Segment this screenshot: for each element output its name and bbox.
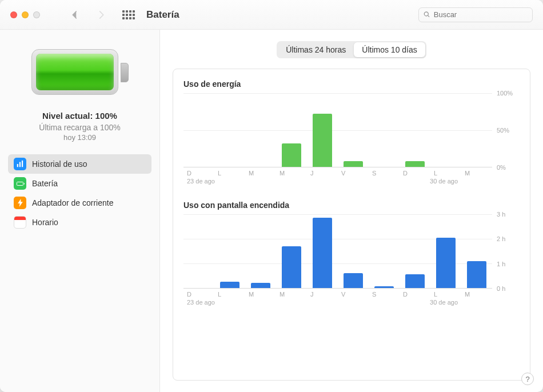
svg-rect-2 [22, 161, 23, 167]
sidebar-item-usage-history[interactable]: Historial de uso [8, 154, 151, 174]
battery-preferences-window: Batería Nivel actual: 100% Última recarg… [0, 0, 543, 392]
bar [282, 246, 301, 288]
sidebar-list: Historial de uso Batería Adaptador de co… [0, 154, 159, 232]
bar-slot [307, 214, 338, 288]
bar [220, 282, 239, 288]
minimize-icon[interactable] [22, 11, 29, 18]
bar-slot [245, 214, 276, 288]
screen-plot-area [183, 214, 492, 289]
x-tick: M [461, 170, 492, 177]
bar [344, 273, 362, 288]
sidebar-item-power-adapter[interactable]: Adaptador de corriente [8, 193, 151, 213]
window-title: Batería [146, 9, 179, 21]
bar [313, 218, 332, 288]
battery-level-label: Nivel actual: 100% [39, 111, 120, 121]
bar-slot [214, 93, 245, 167]
nav-arrows [70, 10, 106, 20]
battery-large-icon [31, 49, 129, 97]
x-tick: D [183, 291, 214, 298]
chart-container: Uso de energía 100% 50% 0% [173, 69, 530, 381]
bar-slot [183, 93, 214, 167]
x-tick: L [214, 170, 245, 177]
bar-slot [369, 93, 400, 167]
battery-last-charge-time: hoy 13:09 [39, 133, 120, 142]
x-end-label: 30 de ago [426, 299, 458, 306]
usage-history-icon [14, 158, 26, 170]
sidebar: Nivel actual: 100% Última recarga a 100%… [0, 30, 160, 392]
x-tick: S [369, 170, 400, 177]
close-icon[interactable] [10, 11, 17, 18]
back-icon[interactable] [70, 10, 80, 20]
chart-title: Uso con pantalla encendida [183, 201, 520, 210]
bar-slot [400, 93, 430, 167]
energy-y-axis: 100% 50% 0% [492, 93, 520, 167]
sidebar-item-label: Historial de uso [32, 159, 87, 169]
battery-status: Nivel actual: 100% Última recarga a 100%… [39, 111, 120, 142]
x-tick: M [245, 170, 276, 177]
bar-slot [461, 214, 492, 288]
search-icon [424, 11, 430, 18]
x-tick: M [461, 291, 492, 298]
x-tick: M [245, 291, 276, 298]
bar [405, 274, 424, 288]
bar-slot [461, 93, 492, 167]
bar [282, 143, 301, 167]
forward-icon[interactable] [96, 10, 106, 20]
battery-last-charge-label: Última recarga a 100% [39, 123, 120, 132]
zoom-icon [33, 11, 40, 18]
titlebar: Batería [0, 0, 543, 30]
x-tick: D [183, 170, 214, 177]
help-button[interactable]: ? [521, 373, 534, 385]
segment-10d[interactable]: Últimos 10 días [354, 42, 425, 57]
energy-usage-chart: Uso de energía 100% 50% 0% [183, 79, 520, 185]
bar [436, 238, 455, 288]
bar-slot [183, 214, 214, 288]
bar-slot [307, 93, 338, 167]
x-tick: S [369, 291, 400, 298]
bar-slot [400, 214, 430, 288]
sidebar-item-battery[interactable]: Batería [8, 174, 151, 193]
screen-x-axis: DLMMJVSDLM [183, 291, 520, 298]
bar [313, 114, 332, 167]
bar-slot [369, 214, 400, 288]
x-start-label: 23 de ago [183, 299, 215, 306]
x-tick: V [338, 170, 369, 177]
search-input[interactable] [434, 10, 528, 19]
time-range-segmented[interactable]: Últimas 24 horas Últimos 10 días [277, 41, 426, 58]
x-tick: J [307, 291, 338, 298]
svg-rect-1 [19, 162, 21, 167]
sidebar-item-label: Adaptador de corriente [32, 198, 113, 207]
sidebar-item-label: Horario [32, 218, 58, 227]
show-all-icon[interactable] [122, 10, 135, 19]
bar [251, 283, 270, 288]
segment-24h[interactable]: Últimas 24 horas [278, 42, 354, 57]
window-controls [10, 11, 40, 18]
bar-slot [245, 93, 276, 167]
x-tick: M [276, 170, 307, 177]
search-field[interactable] [418, 7, 533, 22]
content: Nivel actual: 100% Última recarga a 100%… [0, 30, 543, 392]
x-tick: D [400, 170, 430, 177]
sidebar-item-schedule[interactable]: Horario [8, 213, 151, 232]
bar-slot [430, 214, 461, 288]
x-tick: L [214, 291, 245, 298]
x-tick: L [430, 291, 461, 298]
bar [374, 286, 393, 288]
bar-slot [276, 214, 307, 288]
bar-slot [214, 214, 245, 288]
x-start-label: 23 de ago [183, 178, 215, 185]
screen-y-axis: 3 h 2 h 1 h 0 h [492, 214, 520, 289]
power-adapter-icon [14, 197, 26, 209]
x-tick: D [400, 291, 430, 298]
chart-title: Uso de energía [183, 79, 520, 89]
energy-x-axis: DLMMJVSDLM [183, 170, 520, 177]
schedule-icon [14, 216, 26, 229]
x-end-label: 30 de ago [426, 178, 458, 185]
screen-on-chart: Uso con pantalla encendida 3 h 2 h 1 h [183, 201, 520, 306]
bar-slot [338, 93, 369, 167]
bar [405, 161, 424, 167]
x-tick: M [276, 291, 307, 298]
bar-slot [430, 93, 461, 167]
sidebar-item-label: Batería [32, 179, 58, 188]
bar-slot [276, 93, 307, 167]
